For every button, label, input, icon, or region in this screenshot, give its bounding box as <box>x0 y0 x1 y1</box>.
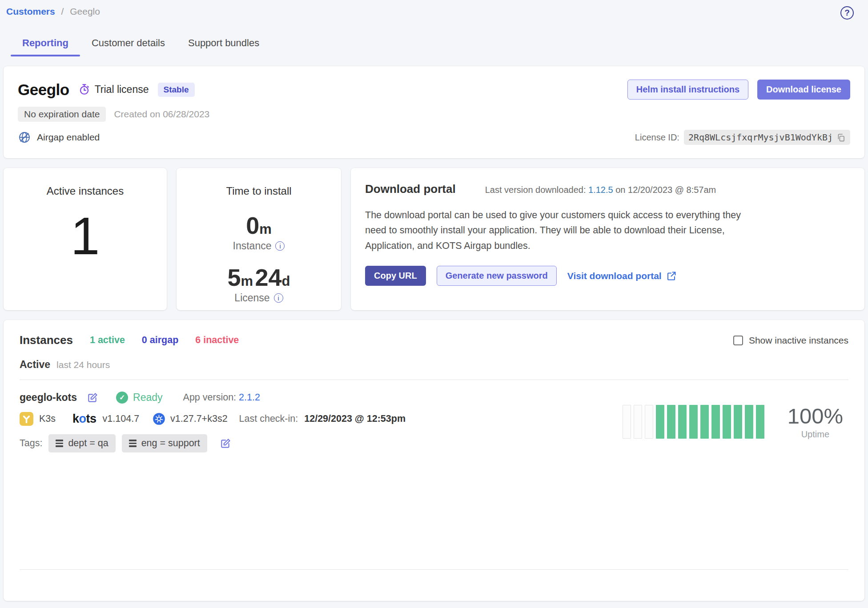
download-portal-title: Download portal <box>365 182 456 196</box>
uptime-bar <box>711 405 720 439</box>
k8s-version: v1.27.7+k3s2 <box>170 413 228 424</box>
uptime-bar <box>734 405 742 439</box>
uptime-label: Uptime <box>788 429 843 440</box>
created-date-text: Created on 06/28/2023 <box>114 109 209 120</box>
help-icon[interactable] <box>840 6 854 20</box>
tab-bar: Reporting Customer details Support bundl… <box>11 33 864 56</box>
instance-time-unit: m <box>259 221 272 237</box>
uptime-value: 100% <box>788 404 843 428</box>
visit-download-portal-label: Visit download portal <box>567 271 662 281</box>
copy-url-button[interactable]: Copy URL <box>365 266 426 286</box>
download-portal-card: Download portal Last version downloaded:… <box>351 168 864 310</box>
active-section-title: Active <box>20 359 50 371</box>
tab-support-bundles[interactable]: Support bundles <box>177 33 271 56</box>
tag-pill: eng = support <box>122 434 207 452</box>
airgap-count: 0 airgap <box>142 335 178 346</box>
uptime-bar <box>745 405 753 439</box>
breadcrumb-customers-link[interactable]: Customers <box>6 6 55 16</box>
inactive-count: 6 inactive <box>195 335 239 346</box>
tags-label: Tags: <box>20 438 42 449</box>
instance-name: geeglo-kots <box>20 392 77 404</box>
generate-new-password-button[interactable]: Generate new password <box>437 266 557 286</box>
uptime-bar <box>656 405 664 439</box>
tag-pill: dept = qa <box>48 434 115 452</box>
customer-name-title: Geeglo <box>18 81 69 99</box>
breadcrumb-separator: / <box>61 6 64 16</box>
last-version-link[interactable]: 1.12.5 <box>588 185 613 195</box>
tag-icon <box>129 440 137 447</box>
k3s-icon <box>20 412 33 426</box>
external-link-icon <box>666 271 677 281</box>
top-bar: Customers / Geeglo <box>4 0 864 20</box>
license-time-days-unit: d <box>282 273 290 289</box>
info-icon[interactable] <box>274 293 283 303</box>
stopwatch-icon <box>78 84 90 96</box>
airgap-enabled-label: Airgap enabled <box>37 132 100 143</box>
instance-time-label: Instance <box>233 240 272 252</box>
customer-reporting-page: Customers / Geeglo Reporting Customer de… <box>0 0 868 608</box>
edit-name-icon[interactable] <box>87 392 98 404</box>
last-checkin-label: Last check-in: <box>239 413 298 424</box>
uptime-bar <box>756 405 764 439</box>
instances-card: Instances 1 active 0 airgap 6 inactive S… <box>4 320 864 601</box>
time-to-install-card: Time to install 0m Instance 5m 24d Licen… <box>177 168 341 310</box>
visit-download-portal-link[interactable]: Visit download portal <box>567 271 677 281</box>
active-instances-card: Active instances 1 <box>4 168 167 310</box>
edit-tags-icon[interactable] <box>220 438 231 449</box>
airgap-globe-icon <box>18 131 31 144</box>
download-license-button[interactable]: Download license <box>757 80 850 100</box>
active-instances-title: Active instances <box>47 185 124 197</box>
breadcrumb-current: Geeglo <box>70 6 100 16</box>
license-time-months-unit: m <box>241 273 253 289</box>
license-id-value: 2Rq8WLcsjfxqrMysjvB1WodYkBj <box>684 130 850 145</box>
uptime-bar <box>634 405 642 439</box>
kots-logo: kots <box>72 412 96 426</box>
uptime-bar <box>667 405 675 439</box>
uptime-bar <box>689 405 698 439</box>
info-icon[interactable] <box>275 241 285 251</box>
active-instances-value: 1 <box>71 210 100 262</box>
tag-label: dept = qa <box>68 438 108 449</box>
kots-logo-o: o <box>79 412 86 425</box>
download-portal-description: The download portal can be used to give … <box>365 208 759 253</box>
copy-icon[interactable] <box>836 133 846 142</box>
license-time-months: 5 <box>227 264 241 291</box>
tag-label: eng = support <box>141 438 200 449</box>
helm-install-instructions-button[interactable]: Helm install instructions <box>627 80 748 100</box>
uptime-bars <box>623 405 764 439</box>
uptime-bar <box>700 405 709 439</box>
expiration-badge: No expiration date <box>18 107 106 122</box>
license-type-label: Trial license <box>95 84 149 96</box>
kubernetes-icon <box>153 412 165 425</box>
tag-icon <box>56 440 63 447</box>
uptime-bar <box>645 405 653 439</box>
card-bottom-padding <box>20 570 848 586</box>
time-to-install-title: Time to install <box>226 185 291 197</box>
show-inactive-checkbox[interactable] <box>733 336 743 345</box>
app-version-label: App version: <box>183 392 237 403</box>
last-version-label: Last version downloaded: <box>485 185 586 195</box>
show-inactive-label: Show inactive instances <box>749 335 848 346</box>
instances-title: Instances <box>20 333 73 347</box>
tab-customer-details[interactable]: Customer details <box>80 33 177 56</box>
tab-reporting[interactable]: Reporting <box>11 33 80 56</box>
license-time-days: 24 <box>255 264 282 291</box>
kots-version: v1.104.7 <box>103 413 139 424</box>
instance-row: geeglo-kots Ready App version: 2.1.2 <box>20 392 848 452</box>
ready-check-icon <box>116 392 128 404</box>
kots-logo-ts: ts <box>86 412 96 425</box>
divider <box>20 380 848 380</box>
uptime-bar <box>723 405 731 439</box>
distribution-label: K3s <box>39 413 56 424</box>
spacer <box>20 452 848 569</box>
active-count: 1 active <box>90 335 125 346</box>
show-inactive-toggle[interactable]: Show inactive instances <box>733 335 848 346</box>
kots-logo-k: k <box>72 412 79 425</box>
license-id-text: 2Rq8WLcsjfxqrMysjvB1WodYkBj <box>688 132 833 143</box>
last-version-downloaded: Last version downloaded: 1.12.5 on 12/20… <box>485 185 716 195</box>
instance-time-value: 0 <box>246 212 259 239</box>
channel-badge: Stable <box>158 83 195 97</box>
uptime-bar <box>678 405 687 439</box>
license-time-label: License <box>234 292 269 304</box>
app-version-link[interactable]: 2.1.2 <box>239 392 260 403</box>
